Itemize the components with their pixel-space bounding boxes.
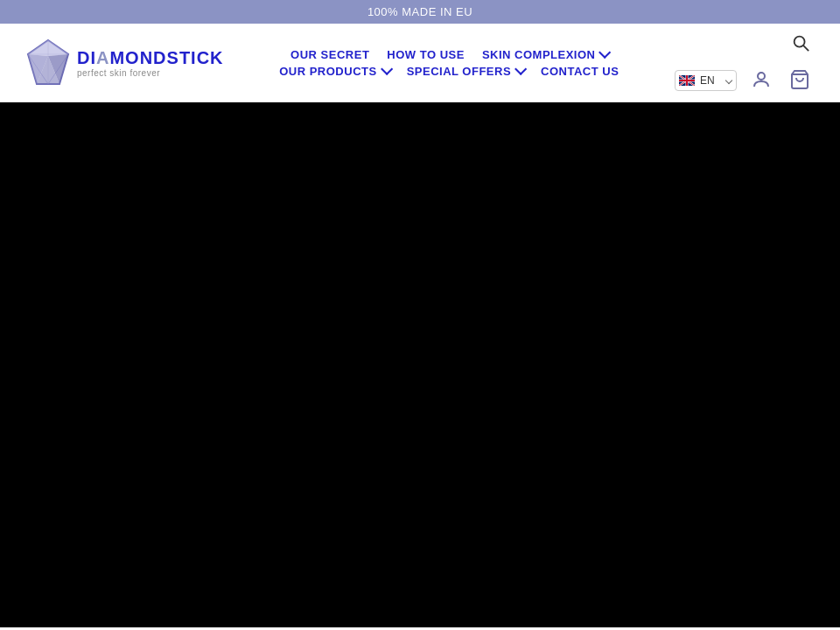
svg-line-9 [803,46,808,51]
icons-bottom-row: EN FR DE ES [675,66,814,96]
logo-brand: DIAMONDSTICK [77,48,224,68]
nav-special-offers[interactable]: SPECIAL OFFERS [407,65,523,78]
nav-skin-complexion[interactable]: SKIN COMPLEXION [482,48,608,61]
language-select-input[interactable]: EN FR DE ES [675,70,737,91]
nav-our-secret[interactable]: OUR SECRET [290,48,369,61]
language-selector[interactable]: EN FR DE ES [675,70,737,91]
diamond-logo-icon [26,38,70,87]
user-button[interactable] [747,66,775,96]
cart-icon [789,69,810,90]
header: DIAMONDSTICK perfect skin forever OUR SE… [0,24,840,102]
svg-point-19 [758,73,765,80]
user-icon [751,69,772,90]
cart-button[interactable] [786,66,814,96]
nav-row-1: OUR SECRET HOW TO USE SKIN COMPLEXION [290,48,607,61]
our-products-chevron-icon [381,63,393,75]
main-content [0,102,840,627]
search-icon [791,33,810,52]
announcement-bar: 100% MADE IN EU [0,0,840,24]
svg-point-8 [794,36,805,46]
search-button[interactable] [788,30,814,59]
header-right: EN FR DE ES [675,30,814,96]
nav-how-to-use[interactable]: HOW TO USE [387,48,465,61]
logo-tagline: perfect skin forever [77,68,224,78]
nav-contact-us[interactable]: CONTACT US [541,65,619,78]
nav-our-products[interactable]: OUR PRODUCTS [279,65,388,78]
announcement-text: 100% MADE IN EU [368,5,472,18]
special-offers-chevron-icon [514,63,527,75]
nav-row-2: OUR PRODUCTS SPECIAL OFFERS CONTACT US [279,65,619,78]
logo-text: DIAMONDSTICK perfect skin forever [77,48,224,78]
skin-complexion-chevron-icon [599,46,612,59]
logo[interactable]: DIAMONDSTICK perfect skin forever [26,38,224,87]
main-nav: OUR SECRET HOW TO USE SKIN COMPLEXION OU… [279,48,619,78]
search-area [788,30,814,59]
